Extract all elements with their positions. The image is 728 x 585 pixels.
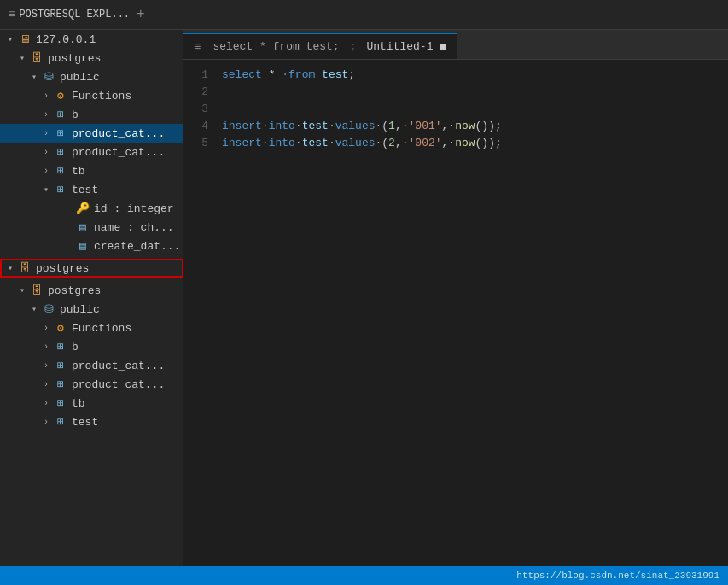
chevron-b <box>39 110 53 120</box>
sidebar-item-test[interactable]: ⊞ test <box>0 180 183 199</box>
sidebar-item-ip[interactable]: 🖥 127.0.0.1 <box>0 30 183 49</box>
postgresdb2-label: postgres <box>48 284 101 297</box>
chevron-b2 <box>39 342 53 352</box>
sidebar-item-public-schema[interactable]: ⛁ public <box>0 67 183 86</box>
functions2-icon: ⚙ <box>53 321 68 335</box>
sidebar-item-tb2[interactable]: ⊞ tb <box>0 394 183 412</box>
product2-icon: ⊞ <box>53 145 68 159</box>
tab-filename-label: Untitled-1 <box>366 40 433 53</box>
tab-modified-dot <box>440 44 446 50</box>
product3-label: product_cat... <box>72 360 165 372</box>
chevron-public2 <box>27 304 41 314</box>
product3-icon: ⊞ <box>53 359 68 372</box>
editor-content[interactable]: 1 select * ·from test; 2 3 4 insert·into… <box>183 60 728 566</box>
code-line-3: 3 <box>183 101 728 118</box>
sidebar-item-product-cat2[interactable]: ⊞ product_cat... <box>0 143 183 161</box>
menu-icon: ≡ <box>9 8 15 21</box>
postgres-db-icon: 🗄 <box>29 52 44 65</box>
line-content-5: insert·into·test·values·(2,·'002',·now()… <box>222 135 728 152</box>
test-icon: ⊞ <box>53 183 68 196</box>
editor-tabs: ≡ select * from test; ; Untitled-1 <box>183 30 728 60</box>
chevron-public <box>27 72 41 82</box>
tb-label: tb <box>72 165 85 178</box>
sidebar-item-b2[interactable]: ⊞ b <box>0 337 183 356</box>
sidebar-item-test-id: 🔑 id : integer <box>0 199 183 218</box>
test2-label: test <box>72 416 98 429</box>
tab-separator: ; <box>350 40 357 53</box>
chevron-functions <box>39 91 53 101</box>
sidebar-item-b[interactable]: ⊞ b <box>0 105 183 124</box>
line-content-3 <box>222 101 728 118</box>
title-bar: ≡ POSTGRESQL EXPL... + <box>0 0 728 30</box>
tb-icon: ⊞ <box>53 164 68 178</box>
product1-icon: ⊞ <box>53 126 68 140</box>
sidebar-item-product-cat1[interactable]: ⊞ product_cat... <box>0 124 183 143</box>
editor-tab-main[interactable]: ≡ select * from test; ; Untitled-1 <box>183 33 457 59</box>
sidebar-item-product3[interactable]: ⊞ product_cat... <box>0 356 183 375</box>
chevron-postgres <box>15 53 29 63</box>
code-line-4: 4 insert·into·test·values·(1,·'001',·now… <box>183 118 728 135</box>
line-num-5: 5 <box>183 135 222 152</box>
chevron-functions2 <box>39 324 53 333</box>
public-label: public <box>60 71 100 84</box>
sidebar-item-product4[interactable]: ⊞ product_cat... <box>0 375 183 394</box>
schema2-icon: ⛁ <box>41 302 56 316</box>
line-content-1: select * ·from test; <box>222 67 728 84</box>
product4-label: product_cat... <box>72 378 165 391</box>
chevron-product4 <box>39 380 53 389</box>
db-icon: 🖥 <box>17 33 32 46</box>
b-label: b <box>72 108 79 121</box>
chevron-ip <box>3 34 17 44</box>
functions-icon: ⚙ <box>53 89 68 102</box>
chevron-product1 <box>39 129 53 138</box>
product4-icon: ⊞ <box>53 377 68 391</box>
chevron-tb <box>39 167 53 176</box>
editor-area: ≡ select * from test; ; Untitled-1 1 sel… <box>183 30 728 566</box>
name-label: name : ch... <box>94 221 174 234</box>
sidebar-item-postgres-root2[interactable]: 🗄 postgres <box>0 259 183 278</box>
ip-label: 127.0.0.1 <box>36 33 96 46</box>
footer-url: https://blog.csdn.net/sinat_23931991 <box>516 570 719 581</box>
tab-query-label: select * from test; <box>213 40 339 53</box>
sidebar-item-functions2[interactable]: ⚙ Functions <box>0 319 183 337</box>
add-icon[interactable]: + <box>137 7 145 22</box>
public2-label: public <box>60 303 100 316</box>
b2-icon: ⊞ <box>53 340 68 354</box>
chevron-product3 <box>39 361 53 371</box>
postgres2-label: postgres <box>36 262 89 275</box>
line-num-1: 1 <box>183 67 222 84</box>
sidebar-item-public2[interactable]: ⛁ public <box>0 300 183 319</box>
chevron-test2 <box>39 418 53 427</box>
main-layout: 🖥 127.0.0.1 🗄 postgres ⛁ public ⚙ Functi… <box>0 30 728 566</box>
sidebar-item-functions[interactable]: ⚙ Functions <box>0 86 183 105</box>
code-line-1: 1 select * ·from test; <box>183 67 728 84</box>
code-line-5: 5 insert·into·test·values·(2,·'002',·now… <box>183 135 728 152</box>
b2-label: b <box>72 341 79 354</box>
functions-label: Functions <box>72 90 131 102</box>
code-line-2: 2 <box>183 84 728 101</box>
b-table-icon: ⊞ <box>53 108 68 121</box>
postgresdb2-icon: 🗄 <box>29 284 44 297</box>
functions2-label: Functions <box>72 322 131 335</box>
chevron-postgres2 <box>3 263 17 273</box>
line-num-3: 3 <box>183 101 222 118</box>
chevron-postgresdb2 <box>15 285 29 295</box>
test2-icon: ⊞ <box>53 415 68 429</box>
chevron-product2 <box>39 148 53 157</box>
key-icon: 🔑 <box>75 202 90 215</box>
sidebar-item-postgres-db[interactable]: 🗄 postgres <box>0 49 183 67</box>
sidebar-item-postgres-db2[interactable]: 🗄 postgres <box>0 281 183 300</box>
line-num-4: 4 <box>183 118 222 135</box>
id-label: id : integer <box>94 202 174 215</box>
sidebar-item-test2[interactable]: ⊞ test <box>0 412 183 431</box>
create-label: create_dat... <box>94 240 180 253</box>
sidebar-item-tb[interactable]: ⊞ tb <box>0 161 183 180</box>
postgres2-db-icon: 🗄 <box>17 262 32 275</box>
chevron-test <box>39 184 53 195</box>
chevron-tb2 <box>39 399 53 408</box>
tab-menu-icon: ≡ <box>194 40 201 54</box>
col-icon-name: ▤ <box>75 220 90 234</box>
tb2-icon: ⊞ <box>53 396 68 410</box>
col-icon-create: ▤ <box>75 239 90 253</box>
product1-label: product_cat... <box>72 127 165 140</box>
